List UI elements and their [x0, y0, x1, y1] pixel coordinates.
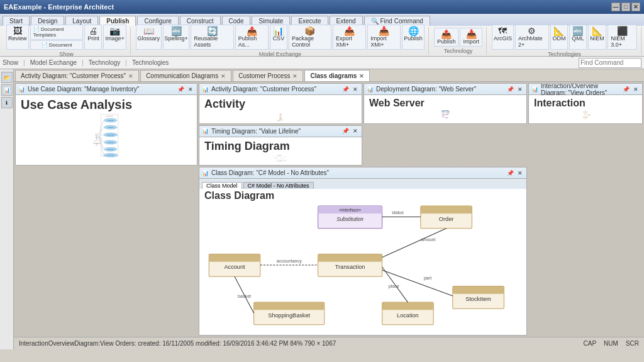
- glossary-button[interactable]: 📖Glossary: [136, 25, 162, 50]
- print-diagram-button[interactable]: 🖨Print: [84, 25, 102, 50]
- tab-class-close[interactable]: ✕: [359, 73, 364, 79]
- sidebar-icon-properties[interactable]: ℹ: [1, 97, 13, 108]
- usecase-panel-pin[interactable]: 📌: [176, 86, 186, 93]
- spelling-button[interactable]: 🔤Spelling+: [163, 25, 190, 50]
- status-cap: CAP: [584, 340, 597, 347]
- arcgis-button[interactable]: 🗺ArcGIS: [492, 25, 514, 50]
- sidebar: 📂 📊 ℹ: [0, 69, 14, 349]
- svg-text:amount: amount: [421, 237, 436, 242]
- publish-tech-button[interactable]: 📤Publish: [434, 28, 459, 47]
- webserver-panel-pin[interactable]: 📌: [506, 86, 515, 93]
- svg-text:0: 0: [275, 157, 276, 158]
- tab-activity-close[interactable]: ✕: [128, 73, 133, 79]
- svg-text:Actors): Actors): [96, 144, 98, 145]
- svg-rect-149: [254, 302, 325, 310]
- content-area: Activity Diagram: "Customer Process" ✕ C…: [14, 69, 644, 349]
- timing-diagram-title: Timing Diagram: [199, 137, 362, 154]
- class-panel-close[interactable]: ✕: [516, 170, 524, 176]
- svg-text:Location: Location: [397, 312, 419, 319]
- interaction-title: Interaction: [529, 95, 642, 110]
- ribbon-group-show: 🖼Review 📄 Document Templates 📄 Document …: [3, 27, 131, 55]
- svg-text:Account: Account: [224, 264, 245, 270]
- niem3-button[interactable]: ⬛NIEM 3.0+: [608, 25, 637, 50]
- svg-text:«interface»: «interface»: [339, 208, 361, 213]
- close-button[interactable]: ✕: [631, 3, 640, 11]
- usecase-panel-close[interactable]: ✕: [187, 86, 194, 93]
- archmate-button[interactable]: ⚙ArchMate 2+: [515, 25, 549, 50]
- webserver-panel-header: 📊 Deployment Diagram: "Web Server" 📌 ✕: [364, 84, 526, 95]
- tab-customer-close[interactable]: ✕: [292, 73, 297, 79]
- document-button[interactable]: 📄 Document: [30, 40, 84, 50]
- svg-point-0: [280, 113, 281, 114]
- usecase-diagram-title: Use Case Analysis: [16, 95, 197, 113]
- tab-customer-process[interactable]: Customer Process ✕: [233, 70, 303, 81]
- class-noattr-tab[interactable]: C# Model - No Attributes: [243, 182, 314, 189]
- svg-rect-73: [588, 115, 591, 115]
- minimize-button[interactable]: —: [611, 3, 620, 11]
- toolbar-label-model-exchange: Model Exchange: [30, 59, 77, 66]
- panels-grid: 📊 Activity Diagram: "Customer Process" 📌…: [14, 82, 644, 337]
- export-xmi-button[interactable]: 📤Export XMI+: [333, 25, 366, 50]
- activity-panel-close[interactable]: ✕: [352, 86, 359, 93]
- niem-button[interactable]: 📐NIEM: [588, 25, 606, 50]
- svg-rect-155: [453, 286, 504, 294]
- tab-communication-close[interactable]: ✕: [221, 73, 226, 79]
- timing-panel-title: Timing Diagram: "Value Lifeline": [211, 128, 301, 135]
- package-control-button[interactable]: 📦Package Control: [289, 25, 331, 50]
- csv-button[interactable]: 📊CSV: [270, 25, 287, 50]
- svg-text:part: part: [424, 276, 431, 281]
- class-panel-tabs: Class Model C# Model - No Attributes: [199, 179, 526, 189]
- timing-panel-pin[interactable]: 📌: [341, 128, 350, 134]
- class-panel-pin[interactable]: 📌: [506, 170, 515, 176]
- status-num: NUM: [604, 340, 618, 347]
- activity-panel-pin[interactable]: 📌: [341, 86, 350, 93]
- webserver-panel-title: Deployment Diagram: "Web Server": [376, 86, 476, 93]
- timing-panel-header: 📊 Timing Diagram: "Value Lifeline" 📌 ✕: [199, 126, 362, 137]
- qml-button[interactable]: 🔤QML: [569, 25, 587, 50]
- window-controls[interactable]: — □ ✕: [611, 3, 640, 11]
- class-header-icon: 📊: [202, 170, 209, 176]
- ribbon-group-model-exchange: 📖Glossary 🔤Spelling+ 🔄Reusable Assets 📤P…: [132, 27, 429, 55]
- sidebar-icon-browser[interactable]: 📂: [1, 72, 13, 83]
- svg-line-166: [382, 229, 447, 257]
- reusable-assets-button[interactable]: 🔄Reusable Assets: [191, 25, 233, 50]
- usecase-header-icon: 📊: [18, 86, 25, 93]
- document-templates-button[interactable]: 📄 Document Templates: [30, 25, 84, 40]
- activity-panel-header: 📊 Activity Diagram: "Customer Process" 📌…: [199, 84, 362, 95]
- svg-rect-15: [279, 120, 282, 120]
- odm-button[interactable]: 📐ODM: [550, 25, 568, 50]
- publish-as-button[interactable]: 📤Publish As...: [235, 25, 269, 50]
- webserver-panel: 📊 Deployment Diagram: "Web Server" 📌 ✕ W…: [364, 83, 527, 124]
- maximize-button[interactable]: □: [621, 3, 630, 11]
- tab-communication-diagrams[interactable]: Communication Diagrams ✕: [140, 70, 231, 81]
- tab-activity-diagram[interactable]: Activity Diagram: "Customer Process" ✕: [15, 70, 139, 81]
- svg-text:{Time Constraint}: {Time Constraint}: [279, 161, 282, 161]
- svg-rect-57: [445, 117, 448, 118]
- import-tech-button[interactable]: 📥Import: [460, 28, 482, 47]
- timing-panel-close[interactable]: ✕: [352, 128, 359, 134]
- class-model-tab[interactable]: Class Model: [202, 182, 242, 189]
- svg-text:0: 0: [276, 160, 277, 161]
- webserver-panel-close[interactable]: ✕: [516, 86, 524, 93]
- image-button[interactable]: 📷Image+: [103, 25, 126, 50]
- webserver-panel-content: Web Server Web Server: Dell PowerEdge 26…: [364, 95, 526, 123]
- svg-line-89: [97, 139, 99, 142]
- import-xmi-button[interactable]: 📥Import XMI+: [367, 25, 401, 50]
- class-panel-content: Class Diagram «interface» Substitution s…: [199, 189, 526, 335]
- sidebar-icon-diagram[interactable]: 📊: [1, 84, 13, 96]
- vieworders-panel-pin[interactable]: 📌: [621, 86, 631, 93]
- tab-class-diagrams[interactable]: Class diagrams ✕: [304, 70, 370, 81]
- vieworders-panel-close[interactable]: ✕: [632, 86, 640, 93]
- svg-text:2.5: 2.5: [279, 156, 280, 157]
- find-command-input[interactable]: [579, 58, 641, 68]
- class-svg: «interface» Substitution status Order Ac…: [199, 203, 526, 331]
- svg-text:{Duration Constraint}: {Duration Constraint}: [278, 154, 282, 155]
- svg-text:40: 40: [283, 160, 284, 161]
- svg-rect-7: [279, 116, 282, 117]
- publish-button[interactable]: 🌐Publish: [402, 25, 425, 50]
- timing-panel-content: Timing Diagram 0 10 20 30 40 50 100: [199, 137, 362, 166]
- class-panel: 📊 Class Diagram: "C# Model - No Attribut…: [199, 167, 527, 336]
- review-button[interactable]: 🖼Review: [6, 25, 29, 50]
- svg-text:Customer: Customer: [277, 118, 277, 119]
- svg-rect-39: [447, 111, 450, 113]
